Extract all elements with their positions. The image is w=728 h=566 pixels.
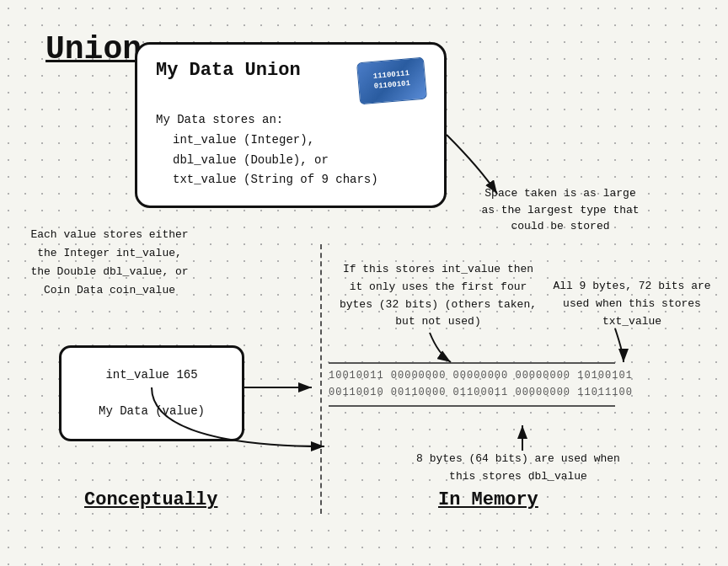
page-title: Union [46,31,142,67]
dbl-annotation: 8 bytes (64 bits) are used when this sto… [413,451,624,486]
in-memory-label: In Memory [438,489,538,510]
memory-area: 10010011 00000000 00000000 00000000 1010… [329,362,640,407]
divider-line [320,244,322,514]
all9bytes-annotation: All 9 bytes, 72 bits are used when this … [552,278,712,330]
union-body-line2: int_value (Integer), [173,131,426,151]
conceptually-box: int_value 165 My Data (value) [59,345,244,441]
memory-bar-bottom [329,405,615,407]
union-body-line4: txt_value (String of 9 chars) [173,170,426,190]
union-body-line3: dbl_value (Double), or [173,151,426,171]
space-annotation: Space taken is as large as the largest t… [476,185,645,235]
memory-card-icon: 11100111 01100101 [356,57,427,105]
memory-bytes-row2: 00110010 00110000 01100011 00000000 1101… [329,384,640,401]
conceptually-label: Conceptually [84,489,217,510]
int-annotation: If this stores int_value then it only us… [337,261,539,331]
memory-bytes-row1: 10010011 00000000 00000000 00000000 1010… [329,367,640,384]
conceptually-box-line3: My Data (value) [77,401,227,422]
left-annotation: Each value stores either the Integer int… [25,226,194,300]
memory-card-text: 11100111 01100101 [358,67,426,95]
union-body-line1: My Data stores an: [156,110,426,131]
memory-bar-top [329,362,615,364]
conceptually-box-line1: int_value 165 [77,365,227,386]
union-box: My Data Union 11100111 01100101 My Data … [135,42,447,208]
conceptually-box-line2 [77,386,227,401]
union-box-title: My Data Union [156,60,301,81]
